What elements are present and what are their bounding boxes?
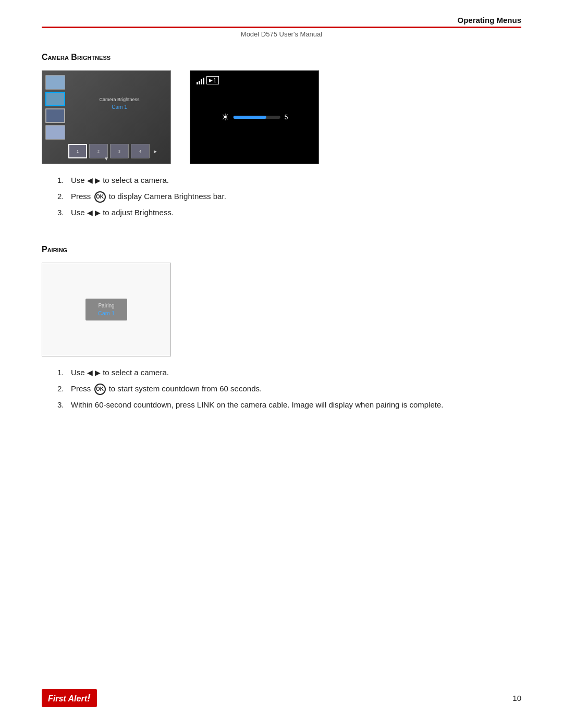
brightness-value: 5 [285,114,288,121]
bottom-thumbs-row: 1 2 3 4 ► [68,144,165,158]
thumb-column [45,75,65,140]
header-title: Operating Menus [457,16,521,24]
camera-brightness-images: Camera Brightness Cam 1 1 2 3 [42,70,521,164]
bottom-thumb-1: 1 [68,144,87,158]
thumb-item-2 [45,92,65,106]
pairing-section: Pairing Pairing Cam 1 1. Use ◀ ▶ to sele… [42,245,521,411]
pairing-inner: Pairing Cam 1 [42,263,170,356]
camera-menu-center: Camera Brightness Cam 1 [74,97,165,110]
ok-button-icon-2: OK [94,384,106,395]
brightness-top-icons: ▶ 1 [197,76,219,84]
brightness-inner: ▶ 1 ☀ 5 [190,71,319,164]
instruction-cb-3-text: Use ◀ ▶ to adjust Brightness. [71,207,174,219]
brightness-bar-track [234,116,280,119]
page-number: 10 [512,694,521,702]
list-num-3: 3. [57,207,68,219]
thumb-item-3 [45,108,65,123]
signal-bar-2 [199,81,200,84]
camera-num-label: ▶ [209,78,213,83]
sun-icon: ☀ [221,112,229,123]
instruction-p-1: 1. Use ◀ ▶ to select a camera. [57,367,521,379]
pairing-menu-cam: Cam 1 [98,310,115,316]
instruction-cb-3: 3. Use ◀ ▶ to adjust Brightness. [57,207,521,219]
brightness-bar-area: ☀ 5 [221,112,288,123]
subheader: Model D575 User's Manual [42,30,521,38]
instruction-cb-1-text: Use ◀ ▶ to select a camera. [71,175,169,187]
logo-text: First Alert! [48,694,91,703]
brightness-bar-fill [234,116,266,119]
bottom-thumb-4: 4 [131,144,150,158]
ok-button-icon-1: OK [94,191,106,203]
first-alert-logo: First Alert! [42,689,97,707]
instruction-p-2: 2. Press OK to start system countdown fr… [57,383,521,395]
header: Operating Menus [42,0,521,28]
arrow-left-icon-1: ◀ [87,176,93,184]
camera-brightness-section: Camera Brightness Camera Brightness Cam [42,53,521,218]
instruction-p-1-text: Use ◀ ▶ to select a camera. [71,367,169,379]
camera-menu-subtitle: Cam 1 [74,104,165,110]
arrow-left-icon-p1: ◀ [87,368,93,377]
camera-brightness-instructions: 1. Use ◀ ▶ to select a camera. 2. Press … [42,175,521,218]
camera-num: 1 [213,77,216,83]
camera-menu-title: Camera Brightness [74,97,165,102]
instruction-cb-1: 1. Use ◀ ▶ to select a camera. [57,175,521,187]
signal-bar-3 [201,79,202,84]
list-num-1: 1. [57,175,68,187]
brightness-image: ▶ 1 ☀ 5 [190,70,319,164]
arrow-right-small-icon: ► [153,149,158,154]
thumb-item-4 [45,125,65,140]
signal-bar-4 [203,78,204,84]
camera-num-box: ▶ 1 [206,76,219,84]
thumb-item-1 [45,75,65,90]
signal-icon [197,76,204,84]
nav-arrow-down-icon: ▼ [104,156,109,162]
list-num-p-2: 2. [57,383,68,395]
arrow-right-icon-2: ▶ [95,208,101,217]
signal-bar-1 [197,82,198,84]
instruction-cb-2: 2. Press OK to display Camera Brightness… [57,191,521,203]
pairing-instructions: 1. Use ◀ ▶ to select a camera. 2. Press … [42,367,521,411]
page-footer: First Alert! 10 [42,689,521,707]
list-num-p-3: 3. [57,399,68,411]
pairing-heading: Pairing [42,245,521,254]
camera-menu-image: Camera Brightness Cam 1 1 2 3 [42,70,171,164]
instruction-p-3-text: Within 60-second countdown, press LINK o… [71,399,444,411]
pairing-image: Pairing Cam 1 [42,263,171,356]
camera-brightness-heading: Camera Brightness [42,53,521,62]
section-divider [42,235,521,236]
arrow-right-icon-p1: ▶ [95,368,101,377]
list-num-2: 2. [57,191,68,203]
logo-box: First Alert! [42,689,97,707]
arrow-left-icon-2: ◀ [87,208,93,217]
camera-menu-inner: Camera Brightness Cam 1 1 2 3 [42,71,170,164]
list-num-p-1: 1. [57,367,68,379]
instruction-p-2-text: Press OK to start system countdown from … [71,383,262,395]
page-container: Operating Menus Model D575 User's Manual… [0,0,563,728]
bottom-thumb-3: 3 [110,144,129,158]
pairing-menu-title: Pairing [98,303,115,309]
instruction-p-3: 3. Within 60-second countdown, press LIN… [57,399,521,411]
arrow-right-icon-1: ▶ [95,176,101,184]
pairing-menu-box: Pairing Cam 1 [85,299,127,320]
instruction-cb-2-text: Press OK to display Camera Brightness ba… [71,191,226,203]
